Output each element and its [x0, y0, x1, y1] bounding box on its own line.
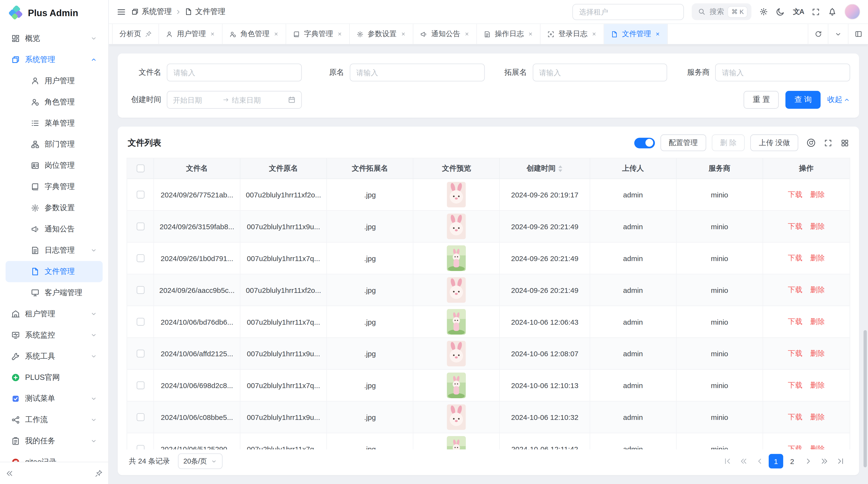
close-icon[interactable]	[528, 31, 533, 37]
config-toggle-switch[interactable]	[634, 137, 655, 148]
close-icon[interactable]	[273, 31, 279, 37]
delete-link[interactable]: 删除	[810, 380, 825, 390]
collapse-filter-link[interactable]: 收起	[827, 95, 850, 105]
delete-link[interactable]: 删除	[810, 221, 825, 231]
prev-group-button[interactable]	[736, 454, 751, 468]
close-icon[interactable]	[464, 31, 470, 37]
sidebar-item-users[interactable]: 用户管理	[5, 70, 103, 92]
dark-mode-moon-icon[interactable]	[776, 7, 785, 16]
hamburger-menu-icon[interactable]	[117, 7, 126, 17]
breadcrumb-current[interactable]: 文件管理	[185, 7, 225, 17]
global-search[interactable]: 搜索 ⌘ K	[692, 3, 751, 20]
row-checkbox[interactable]	[136, 413, 144, 421]
file-preview-thumbnail[interactable]	[447, 246, 466, 271]
sidebar-item-files[interactable]: 文件管理	[5, 261, 103, 282]
sidebar-item-my-tasks[interactable]: 我的任务	[5, 430, 103, 452]
settings-gear-icon[interactable]	[760, 7, 768, 16]
sidebar-item-system[interactable]: 系统管理	[5, 49, 103, 70]
layout-panel-icon[interactable]	[848, 24, 868, 44]
delete-link[interactable]: 删除	[810, 285, 825, 295]
config-manage-button[interactable]: 配置管理	[660, 134, 706, 151]
sidebar-item-roles[interactable]: 角色管理	[5, 91, 103, 112]
sidebar-item-dictionary[interactable]: 字典管理	[5, 176, 103, 197]
tab-operation-log[interactable]: 操作日志	[477, 24, 540, 44]
end-date-input[interactable]	[232, 96, 278, 104]
close-icon[interactable]	[337, 31, 342, 37]
page-button-2[interactable]: 2	[785, 454, 799, 468]
column-header-created-time[interactable]: 创建时间	[500, 158, 590, 179]
pin-icon[interactable]	[145, 31, 152, 37]
sidebar-collapse-button[interactable]	[5, 469, 13, 477]
tab-dictionary[interactable]: 字典管理	[286, 24, 350, 44]
last-page-button[interactable]	[834, 454, 848, 468]
sidebar-item-test-menu[interactable]: 测试菜单	[5, 388, 103, 409]
file-preview-thumbnail[interactable]	[447, 182, 466, 207]
sidebar-item-gitee[interactable]: gitee记录	[5, 452, 103, 462]
sidebar-item-parameters[interactable]: 参数设置	[5, 197, 103, 219]
file-preview-thumbnail[interactable]	[447, 341, 466, 366]
close-icon[interactable]	[210, 31, 215, 37]
provider-input[interactable]	[715, 64, 850, 82]
close-icon[interactable]	[401, 31, 406, 37]
prev-page-button[interactable]	[752, 454, 767, 468]
sidebar-item-workflow[interactable]: 工作流	[5, 409, 103, 430]
refresh-icon[interactable]	[807, 138, 815, 147]
file-preview-thumbnail[interactable]	[447, 404, 466, 430]
sidebar-item-plus-site[interactable]: PLUS官网	[5, 367, 103, 388]
page-scrollbar[interactable]	[863, 330, 867, 467]
tab-files[interactable]: 文件管理	[604, 24, 668, 44]
file-preview-thumbnail[interactable]	[447, 309, 466, 334]
sidebar-item-logs[interactable]: 日志管理	[5, 240, 103, 261]
download-link[interactable]: 下载	[788, 412, 802, 422]
file-preview-thumbnail[interactable]	[447, 373, 466, 398]
sidebar-pin-button[interactable]	[95, 469, 102, 477]
refresh-icon[interactable]	[808, 24, 828, 44]
file-preview-thumbnail[interactable]	[447, 436, 466, 450]
start-date-input[interactable]	[173, 96, 219, 104]
delete-button[interactable]: 删 除	[712, 134, 745, 151]
sidebar-item-posts[interactable]: 岗位管理	[5, 155, 103, 176]
sidebar-item-overview[interactable]: 概览	[5, 28, 103, 49]
logo[interactable]: Plus Admin	[0, 0, 108, 26]
delete-link[interactable]: 删除	[810, 412, 825, 422]
tab-users[interactable]: 用户管理	[159, 24, 222, 44]
close-icon[interactable]	[591, 31, 597, 37]
sidebar-item-tools[interactable]: 系统工具	[5, 346, 103, 367]
file-preview-thumbnail[interactable]	[447, 214, 466, 239]
sort-carets-icon[interactable]	[558, 165, 563, 172]
breadcrumb-root[interactable]: 系统管理	[131, 7, 172, 17]
sidebar-item-monitoring[interactable]: 系统监控	[5, 325, 103, 346]
tab-analysis[interactable]: 分析页	[112, 24, 159, 44]
download-link[interactable]: 下载	[788, 317, 802, 327]
delete-link[interactable]: 删除	[810, 190, 825, 200]
query-button[interactable]: 查 询	[785, 91, 820, 109]
download-link[interactable]: 下载	[788, 444, 802, 450]
delete-link[interactable]: 删除	[810, 317, 825, 327]
date-range-picker[interactable]	[167, 91, 302, 109]
sidebar-item-menus[interactable]: 菜单管理	[5, 112, 103, 134]
row-checkbox[interactable]	[136, 350, 144, 357]
original-name-input[interactable]	[350, 64, 485, 82]
fullscreen-icon[interactable]	[824, 138, 832, 147]
column-settings-grid-icon[interactable]	[841, 138, 849, 147]
row-checkbox[interactable]	[136, 223, 144, 230]
row-checkbox[interactable]	[136, 191, 144, 198]
filename-input[interactable]	[167, 64, 302, 82]
delete-link[interactable]: 删除	[810, 349, 825, 359]
download-link[interactable]: 下载	[788, 190, 802, 200]
extension-input[interactable]	[532, 64, 667, 82]
delete-link[interactable]: 删除	[810, 444, 825, 450]
tab-parameters[interactable]: 参数设置	[350, 24, 413, 44]
sidebar-item-notices[interactable]: 通知公告	[5, 219, 103, 240]
row-checkbox[interactable]	[136, 318, 144, 326]
row-checkbox[interactable]	[136, 382, 144, 389]
page-button-1[interactable]: 1	[769, 454, 783, 468]
close-icon[interactable]	[655, 31, 660, 37]
reset-button[interactable]: 重 置	[744, 91, 779, 109]
sidebar-item-departments[interactable]: 部门管理	[5, 134, 103, 155]
download-link[interactable]: 下载	[788, 349, 802, 359]
delete-link[interactable]: 删除	[810, 253, 825, 263]
next-page-button[interactable]	[801, 454, 815, 468]
tab-notices[interactable]: 通知公告	[413, 24, 477, 44]
user-avatar[interactable]	[845, 4, 860, 20]
